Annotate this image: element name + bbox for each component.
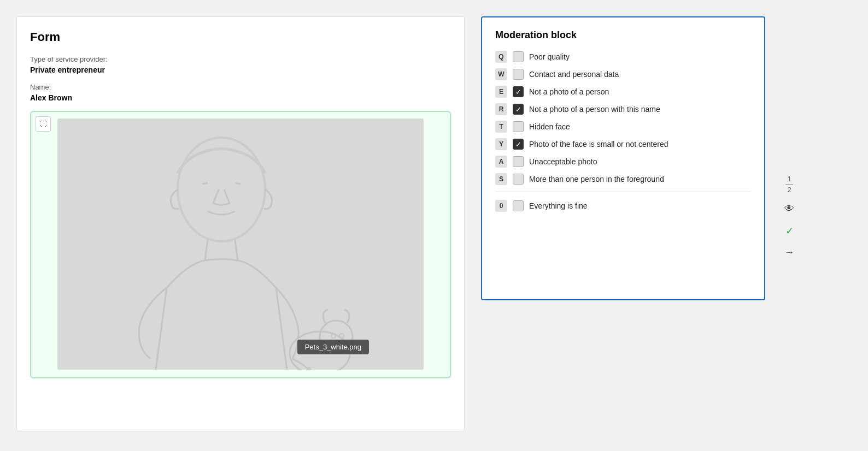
moderation-items-container: QPoor qualityWContact and personal dataE… bbox=[495, 51, 751, 185]
moderation-item[interactable]: QPoor quality bbox=[495, 51, 751, 63]
moderation-item[interactable]: WContact and personal data bbox=[495, 68, 751, 80]
image-container: ⛶ bbox=[30, 111, 451, 378]
eye-icon[interactable]: 👁 bbox=[782, 201, 797, 217]
moderation-item[interactable]: Y✓Photo of the face is small or not cent… bbox=[495, 138, 751, 150]
shortcut-key: Y bbox=[495, 138, 507, 150]
moderation-label: More than one person in the foreground bbox=[529, 175, 664, 183]
service-provider-value: Private entrepreneur bbox=[30, 66, 451, 74]
moderation-checkbox[interactable]: ✓ bbox=[513, 86, 524, 97]
shortcut-key: Q bbox=[495, 51, 507, 63]
shortcut-key: R bbox=[495, 103, 507, 115]
fraction-denominator: 2 bbox=[785, 186, 793, 195]
page-fraction: 1 2 bbox=[785, 175, 793, 195]
moderation-checkbox[interactable]: ✓ bbox=[513, 104, 524, 115]
checkmark-icon: ✓ bbox=[515, 88, 521, 96]
service-provider-label: Type of service provider: bbox=[30, 55, 451, 63]
everything-fine-label: Everything is fine bbox=[529, 201, 588, 210]
moderation-checkbox[interactable] bbox=[513, 174, 524, 185]
moderation-checkbox[interactable] bbox=[513, 156, 524, 167]
moderation-item[interactable]: THidden face bbox=[495, 121, 751, 133]
moderation-checkbox[interactable] bbox=[513, 69, 524, 80]
moderation-checkbox[interactable] bbox=[513, 51, 524, 62]
expand-button[interactable]: ⛶ bbox=[36, 116, 51, 132]
moderation-divider bbox=[495, 192, 751, 192]
name-label: Name: bbox=[30, 83, 451, 91]
check-icon[interactable]: ✓ bbox=[782, 223, 797, 239]
svg-rect-0 bbox=[57, 118, 424, 370]
moderation-label: Not a photo of a person with this name bbox=[529, 105, 660, 114]
fraction-divider bbox=[785, 185, 793, 185]
person-illustration bbox=[57, 118, 424, 370]
everything-fine-checkbox[interactable] bbox=[513, 200, 524, 211]
checkmark-icon: ✓ bbox=[515, 106, 521, 113]
arrow-icon[interactable]: → bbox=[782, 245, 797, 260]
right-sidebar: 1 2 👁 ✓ → bbox=[782, 16, 797, 260]
shortcut-key: S bbox=[495, 173, 507, 185]
expand-icon: ⛶ bbox=[40, 120, 46, 128]
moderation-item[interactable]: SMore than one person in the foreground bbox=[495, 173, 751, 185]
fraction-numerator: 1 bbox=[785, 175, 793, 184]
moderation-label: Contact and personal data bbox=[529, 70, 619, 79]
moderation-label: Photo of the face is small or not center… bbox=[529, 140, 668, 149]
moderation-panel: Moderation block QPoor qualityWContact a… bbox=[481, 16, 765, 300]
shortcut-key: A bbox=[495, 156, 507, 168]
moderation-checkbox[interactable]: ✓ bbox=[513, 139, 524, 150]
moderation-item[interactable]: E✓Not a photo of a person bbox=[495, 86, 751, 98]
moderation-label: Hidden face bbox=[529, 122, 570, 131]
svg-line-2 bbox=[202, 183, 208, 184]
shortcut-key: W bbox=[495, 68, 507, 80]
moderation-item[interactable]: R✓Not a photo of a person with this name bbox=[495, 103, 751, 115]
everything-fine-key: 0 bbox=[495, 200, 507, 212]
moderation-item[interactable]: AUnacceptable photo bbox=[495, 156, 751, 168]
everything-fine-item[interactable]: 0 Everything is fine bbox=[495, 200, 751, 212]
shortcut-key: T bbox=[495, 121, 507, 133]
svg-line-3 bbox=[235, 183, 241, 184]
form-panel: Form Type of service provider: Private e… bbox=[16, 16, 465, 431]
image-placeholder: Pets_3_white.png bbox=[57, 118, 424, 370]
name-value: Alex Brown bbox=[30, 93, 451, 102]
form-title: Form bbox=[30, 30, 451, 44]
checkmark-icon: ✓ bbox=[515, 141, 521, 148]
image-filename-badge: Pets_3_white.png bbox=[297, 340, 369, 354]
moderation-title: Moderation block bbox=[495, 29, 751, 41]
moderation-label: Poor quality bbox=[529, 52, 570, 61]
moderation-label: Unacceptable photo bbox=[529, 157, 597, 166]
moderation-label: Not a photo of a person bbox=[529, 87, 609, 96]
shortcut-key: E bbox=[495, 86, 507, 98]
moderation-checkbox[interactable] bbox=[513, 121, 524, 132]
